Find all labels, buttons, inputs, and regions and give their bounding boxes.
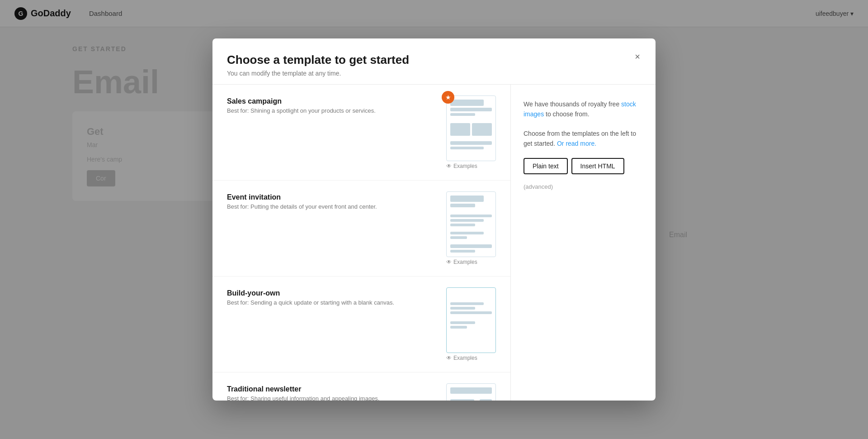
template-traditional-newsletter[interactable]: Traditional newsletter Best for: Sharing… xyxy=(212,372,510,401)
template-preview-newsletter: 👁 Examples xyxy=(446,383,496,401)
thumbnail-newsletter xyxy=(446,383,496,401)
template-name-sales: Sales campaign xyxy=(227,97,435,105)
action-buttons: Plain text Insert HTML xyxy=(524,158,643,174)
thumbnail-build xyxy=(446,287,496,353)
eye-icon: 👁 xyxy=(446,163,452,169)
info-template-text: Choose from the templates on the left to… xyxy=(524,129,643,149)
modal-body: Sales campaign Best for: Shining a spotl… xyxy=(212,85,656,401)
info-stock-text: We have thousands of royalty free stock … xyxy=(524,99,643,119)
template-info-newsletter: Traditional newsletter Best for: Sharing… xyxy=(227,383,435,401)
advanced-label: (advanced) xyxy=(524,183,643,190)
template-name-event: Event invitation xyxy=(227,193,435,201)
modal-title: Choose a template to get started xyxy=(227,53,641,67)
template-desc-newsletter: Best for: Sharing useful information and… xyxy=(227,395,435,401)
template-name-build: Build-your-own xyxy=(227,289,435,297)
template-build-your-own[interactable]: Build-your-own Best for: Sending a quick… xyxy=(212,277,510,372)
examples-link-event[interactable]: 👁 Examples xyxy=(446,259,496,265)
templates-panel: Sales campaign Best for: Shining a spotl… xyxy=(212,85,511,401)
template-name-newsletter: Traditional newsletter xyxy=(227,385,435,393)
template-info-event: Event invitation Best for: Putting the d… xyxy=(227,191,435,210)
modal-header: Choose a template to get started You can… xyxy=(212,38,656,85)
eye-icon-event: 👁 xyxy=(446,259,452,265)
plain-text-button[interactable]: Plain text xyxy=(524,158,568,174)
template-chooser-modal: Choose a template to get started You can… xyxy=(212,38,656,401)
examples-link-sales[interactable]: 👁 Examples xyxy=(446,163,496,169)
template-info-build: Build-your-own Best for: Sending a quick… xyxy=(227,287,435,306)
template-sales-campaign[interactable]: Sales campaign Best for: Shining a spotl… xyxy=(212,85,510,181)
template-desc-build: Best for: Sending a quick update or star… xyxy=(227,299,435,306)
featured-star-icon: ★ xyxy=(442,91,454,104)
close-button[interactable]: × xyxy=(630,49,645,64)
template-event-invitation[interactable]: Event invitation Best for: Putting the d… xyxy=(212,181,510,277)
template-desc-event: Best for: Putting the details of your ev… xyxy=(227,203,435,210)
template-preview-event: 👁 Examples xyxy=(446,191,496,265)
template-info-sales: Sales campaign Best for: Shining a spotl… xyxy=(227,95,435,114)
info-panel: We have thousands of royalty free stock … xyxy=(511,85,656,401)
insert-html-button[interactable]: Insert HTML xyxy=(571,158,624,174)
eye-icon-build: 👁 xyxy=(446,355,452,361)
template-preview-build: 👁 Examples xyxy=(446,287,496,361)
modal-overlay: Choose a template to get started You can… xyxy=(0,0,868,439)
thumbnail-sales xyxy=(446,95,496,161)
examples-link-build[interactable]: 👁 Examples xyxy=(446,355,496,361)
template-desc-sales: Best for: Shining a spotlight on your pr… xyxy=(227,107,435,114)
template-preview-sales: ★ xyxy=(446,95,496,169)
read-more-link[interactable]: Or read more. xyxy=(557,140,596,147)
thumbnail-event xyxy=(446,191,496,257)
modal-subtitle: You can modify the template at any time. xyxy=(227,70,641,77)
